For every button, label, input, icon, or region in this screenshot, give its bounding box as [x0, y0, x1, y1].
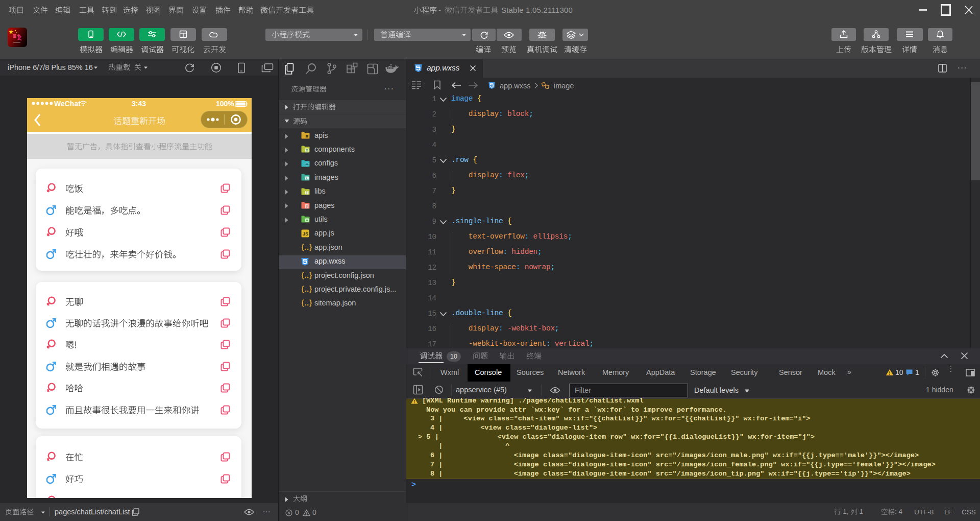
- svg-text:JS: JS: [303, 231, 308, 236]
